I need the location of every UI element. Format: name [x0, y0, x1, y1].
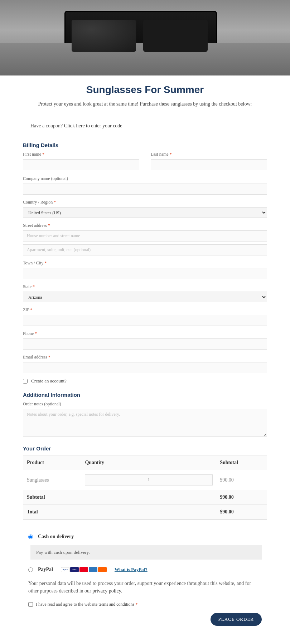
total-value: $90.00: [216, 505, 267, 519]
coupon-banner: Have a coupon? Click here to enter your …: [23, 118, 267, 134]
order-table: Product Quantity Subtotal Sunglasses $90…: [23, 455, 267, 520]
last-name-input[interactable]: [151, 159, 267, 170]
privacy-link[interactable]: privacy policy: [92, 588, 121, 594]
item-name: Sunglasses: [23, 470, 81, 490]
col-product: Product: [23, 455, 81, 470]
privacy-text: Your personal data will be used to proce…: [28, 576, 262, 598]
country-label: Country / Region *: [23, 200, 267, 205]
page-title: Sunglasses For Summer: [23, 84, 267, 96]
col-subtotal: Subtotal: [216, 455, 267, 470]
company-label: Company name (optional): [23, 176, 267, 181]
city-input[interactable]: [23, 268, 267, 279]
paypal-label: PayPal: [38, 567, 53, 572]
additional-heading: Additional Information: [23, 392, 267, 398]
cod-label: Cash on delivery: [38, 534, 74, 540]
state-label: State *: [23, 284, 267, 289]
cod-radio[interactable]: [28, 535, 33, 539]
first-name-label: First name *: [23, 152, 139, 157]
company-input[interactable]: [23, 184, 267, 195]
phone-input[interactable]: [23, 338, 267, 350]
what-is-paypal-link[interactable]: What is PayPal?: [115, 567, 148, 572]
city-label: Town / City *: [23, 260, 267, 266]
cod-description: Pay with cash upon delivery.: [30, 545, 262, 560]
state-select[interactable]: Arizona: [23, 292, 267, 302]
quantity-input[interactable]: [85, 474, 213, 486]
order-notes-label: Order notes (optional): [23, 401, 267, 407]
card-icons: PayPal VISA: [61, 567, 107, 572]
order-notes-input[interactable]: [23, 409, 267, 437]
paypal-radio[interactable]: [28, 567, 33, 572]
payment-box: Cash on delivery Pay with cash upon deli…: [23, 525, 267, 631]
order-heading: Your Order: [23, 445, 267, 452]
first-name-input[interactable]: [23, 159, 139, 170]
hero-image: [0, 0, 290, 75]
terms-text: I have read and agree to the website ter…: [36, 602, 137, 607]
last-name-label: Last name *: [151, 152, 267, 157]
col-qty: Quantity: [81, 455, 216, 470]
create-account-checkbox[interactable]: [23, 379, 28, 384]
coupon-prefix: Have a coupon?: [30, 123, 64, 128]
amex-icon: [89, 567, 97, 572]
country-select[interactable]: United States (US): [23, 207, 267, 218]
street-label: Street address *: [23, 223, 267, 228]
visa-icon: VISA: [70, 567, 79, 572]
zip-label: ZIP *: [23, 307, 267, 313]
discover-icon: [98, 567, 107, 572]
zip-input[interactable]: [23, 315, 267, 326]
intro-text: Protect your eyes and look great at the …: [23, 101, 267, 107]
coupon-link[interactable]: Click here to enter your code: [64, 123, 122, 128]
subtotal-label: Subtotal: [23, 490, 216, 505]
item-price: $90.00: [216, 470, 267, 490]
email-input[interactable]: [23, 362, 267, 373]
mastercard-icon: [79, 567, 88, 572]
place-order-button[interactable]: PLACE ORDER: [211, 613, 262, 626]
phone-label: Phone *: [23, 331, 267, 336]
terms-link[interactable]: terms and conditions: [98, 602, 134, 607]
subtotal-value: $90.00: [216, 490, 267, 505]
terms-checkbox[interactable]: [28, 602, 33, 607]
apartment-input[interactable]: [23, 244, 267, 255]
total-label: Total: [23, 505, 216, 519]
billing-heading: Billing Details: [23, 142, 267, 148]
paypal-icon: PayPal: [61, 567, 69, 572]
email-label: Email address *: [23, 355, 267, 360]
create-account-label: Create an account?: [31, 378, 67, 384]
street-input[interactable]: [23, 230, 267, 241]
